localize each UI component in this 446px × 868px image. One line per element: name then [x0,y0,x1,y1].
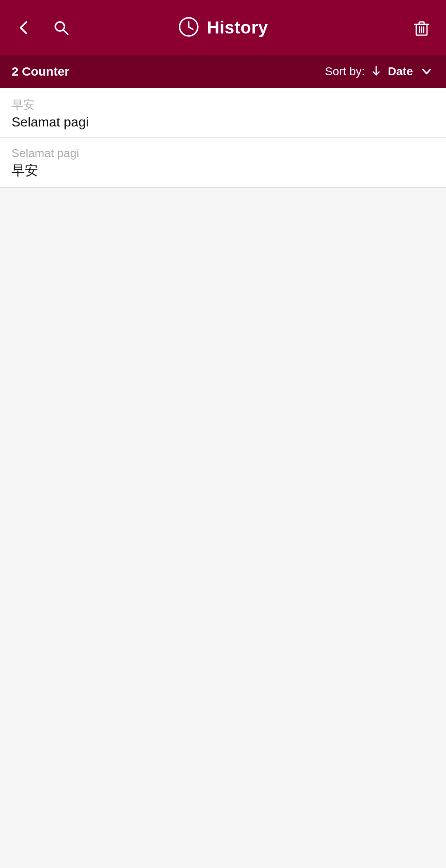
chevron-down-icon [420,65,433,78]
sort-by-label: Sort by: [325,65,365,78]
app-bar-right [409,15,434,41]
list-item[interactable]: Selamat pagi 早安 [0,138,446,188]
page-title: History [207,18,268,38]
app-bar-left [12,15,74,40]
trash-icon [412,18,431,37]
back-icon [15,19,33,37]
history-list: 早安 Selamat pagi Selamat pagi 早安 [0,88,446,188]
svg-line-4 [189,27,193,29]
counter-label: 2 Counter [12,64,69,79]
search-button[interactable] [49,15,74,40]
clock-icon [178,16,199,39]
item-source-text: Selamat pagi [12,147,434,160]
sort-dropdown-button[interactable] [419,64,434,79]
svg-line-1 [63,30,68,34]
sort-value: Date [388,65,413,78]
sort-controls: Sort by: Date [325,64,434,79]
delete-button[interactable] [409,15,434,41]
sort-direction-icon [370,65,382,78]
sort-bar: 2 Counter Sort by: Date [0,55,446,88]
item-translation-text: Selamat pagi [12,114,434,130]
back-button[interactable] [12,15,36,40]
app-bar-center: History [178,16,268,39]
app-bar: History [0,0,446,55]
empty-content-area [0,188,446,849]
item-source-text: 早安 [12,97,434,113]
item-translation-text: 早安 [12,162,434,180]
search-icon [52,19,70,37]
list-item[interactable]: 早安 Selamat pagi [0,88,446,138]
